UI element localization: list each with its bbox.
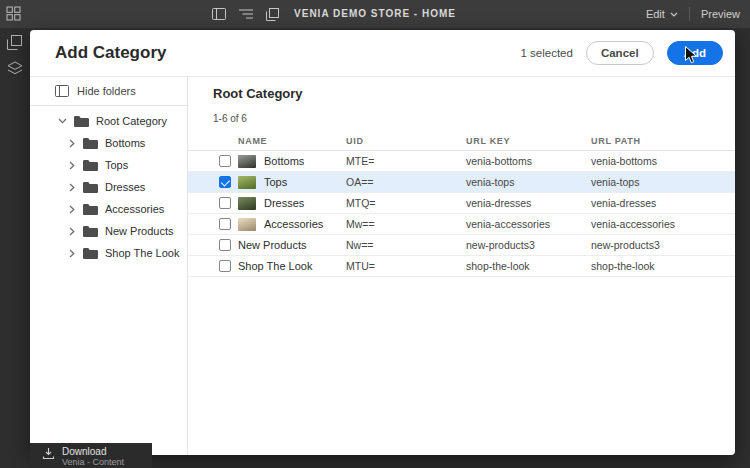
download-label: Download [62,446,124,457]
chevron-right-icon[interactable] [67,227,76,236]
folder-icon [83,248,98,259]
copy-icon[interactable] [7,35,22,50]
table-row-dresses[interactable]: DressesMTQ=venia-dressesvenia-dresses [188,193,735,214]
row-uid: MTQ= [346,197,466,209]
tree-item-bottoms[interactable]: Bottoms [30,132,187,154]
row-url-key: venia-bottoms [466,155,591,167]
table-body: BottomsMTE=venia-bottomsvenia-bottomsTop… [188,151,735,277]
hide-folders-label: Hide folders [77,85,136,97]
row-url-key: new-products3 [466,239,591,251]
column-header-url-key: URL KEY [466,136,591,146]
tree-item-accessories[interactable]: Accessories [30,198,187,220]
preview-button[interactable]: Preview [701,8,740,20]
row-checkbox[interactable] [219,197,231,209]
tree-item-dresses[interactable]: Dresses [30,176,187,198]
row-name: Dresses [238,197,346,210]
row-checkbox[interactable] [219,218,231,230]
row-url-path: shop-the-look [591,260,735,272]
download-icon [42,447,55,460]
row-url-path: venia-dresses [591,197,735,209]
column-header-url-path: URL PATH [591,136,735,146]
chevron-right-icon[interactable] [67,139,76,148]
content-panel: Root Category 1-6 of 6 NAMEUIDURL KEYURL… [188,77,735,455]
folder-icon [83,182,98,193]
row-name: Accessories [238,218,346,231]
chevron-right-icon[interactable] [67,249,76,258]
row-url-key: shop-the-look [466,260,591,272]
tree-item-label: Dresses [105,181,145,193]
table-row-shop-the-look[interactable]: Shop The LookMTU=shop-the-lookshop-the-l… [188,256,735,277]
row-name: Shop The Look [238,260,346,272]
column-header-uid: UID [346,136,466,146]
download-sublabel: Venia - Content [62,457,124,468]
dialog-title: Add Category [55,43,166,63]
row-uid: MTE= [346,155,466,167]
category-thumbnail [238,176,256,189]
tree-item-label: Accessories [105,203,164,215]
toolbar-divider [689,7,690,21]
page-title: VENIA DEMO STORE - HOME [0,0,750,28]
folder-icon [74,116,89,127]
dialog-header: Add Category 1 selected Cancel Add [30,30,735,77]
tree-item-new-products[interactable]: New Products [30,220,187,242]
layers-icon[interactable] [7,61,23,75]
selected-count: 1 selected [520,47,572,59]
hide-folders-button[interactable]: Hide folders [30,77,187,105]
top-bar: VENIA DEMO STORE - HOME Edit Preview [0,0,750,28]
chevron-right-icon[interactable] [67,161,76,170]
edit-mode-selector[interactable]: Edit [646,8,678,20]
tree-root[interactable]: Root Category [30,110,187,132]
row-checkbox[interactable] [219,176,231,188]
folder-icon [83,204,98,215]
edit-mode-label: Edit [646,8,665,20]
content-header: Root Category [188,77,735,101]
cancel-button[interactable]: Cancel [586,41,654,65]
tree-item-tops[interactable]: Tops [30,154,187,176]
row-url-key: venia-accessories [466,218,591,230]
table-row-bottoms[interactable]: BottomsMTE=venia-bottomsvenia-bottoms [188,151,735,172]
category-thumbnail [238,197,256,210]
row-uid: Mw== [346,218,466,230]
chevron-right-icon[interactable] [67,205,76,214]
row-url-path: venia-tops [591,176,735,188]
panel-toggle-icon [55,85,69,97]
tree-item-label: Bottoms [105,137,145,149]
chevron-right-icon[interactable] [67,183,76,192]
row-url-path: venia-accessories [591,218,735,230]
category-table: NAMEUIDURL KEYURL PATH BottomsMTE=venia-… [188,132,735,277]
result-count: 1-6 of 6 [213,113,735,124]
folder-icon [83,226,98,237]
row-name: Bottoms [238,155,346,168]
folders-panel: Hide folders Root Category BottomsTopsDr… [30,77,188,455]
add-button[interactable]: Add [667,41,723,65]
tree-item-label: Shop The Look [105,247,179,259]
row-url-path: venia-bottoms [591,155,735,167]
chevron-down-icon [670,12,678,17]
folder-icon [83,160,98,171]
tree-root-label: Root Category [96,115,167,127]
download-button[interactable]: Download Venia - Content [30,443,152,468]
table-row-tops[interactable]: TopsOA==venia-topsvenia-tops [188,172,735,193]
tree-item-shop-the-look[interactable]: Shop The Look [30,242,187,264]
column-header-name: NAME [238,136,346,146]
folder-tree: Root Category BottomsTopsDressesAccessor… [30,106,187,264]
row-name: Tops [238,176,346,189]
row-uid: OA== [346,176,466,188]
table-row-accessories[interactable]: AccessoriesMw==venia-accessoriesvenia-ac… [188,214,735,235]
table-row-new-products[interactable]: New ProductsNw==new-products3new-product… [188,235,735,256]
tree-item-label: New Products [105,225,173,237]
row-checkbox[interactable] [219,155,231,167]
row-url-key: venia-tops [466,176,591,188]
category-thumbnail [238,155,256,168]
row-checkbox[interactable] [219,260,231,272]
row-url-key: venia-dresses [466,197,591,209]
category-thumbnail [238,218,256,231]
row-url-path: new-products3 [591,239,735,251]
chevron-down-icon[interactable] [58,118,67,124]
add-category-dialog: Add Category 1 selected Cancel Add Hide … [30,30,735,455]
row-uid: MTU= [346,260,466,272]
row-checkbox[interactable] [219,239,231,251]
row-name: New Products [238,239,346,251]
tree-item-label: Tops [105,159,128,171]
row-uid: Nw== [346,239,466,251]
